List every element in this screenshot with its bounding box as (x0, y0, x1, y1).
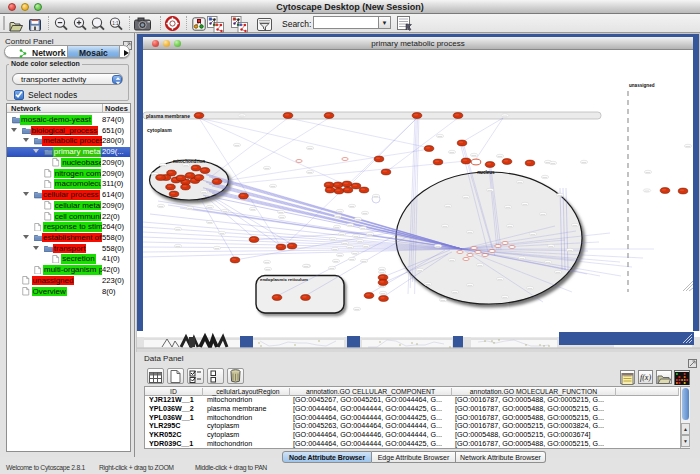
svg-text:cytoplasm: cytoplasm (147, 127, 172, 133)
svg-text:nucleus: nucleus (477, 170, 495, 175)
svg-text:mitochondrion: mitochondrion (173, 159, 205, 164)
svg-text:unassigned: unassigned (629, 83, 655, 88)
svg-text:endoplasmic reticulum: endoplasmic reticulum (260, 277, 308, 282)
svg-text:1:1: 1:1 (112, 21, 119, 26)
svg-text:plasma membrane: plasma membrane (146, 113, 190, 119)
